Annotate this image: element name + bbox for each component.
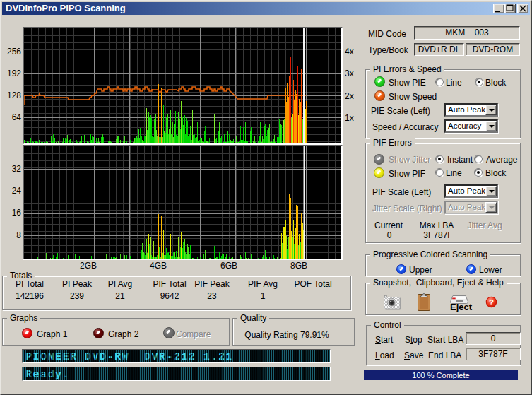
svg-text:?: ? [489,298,494,307]
